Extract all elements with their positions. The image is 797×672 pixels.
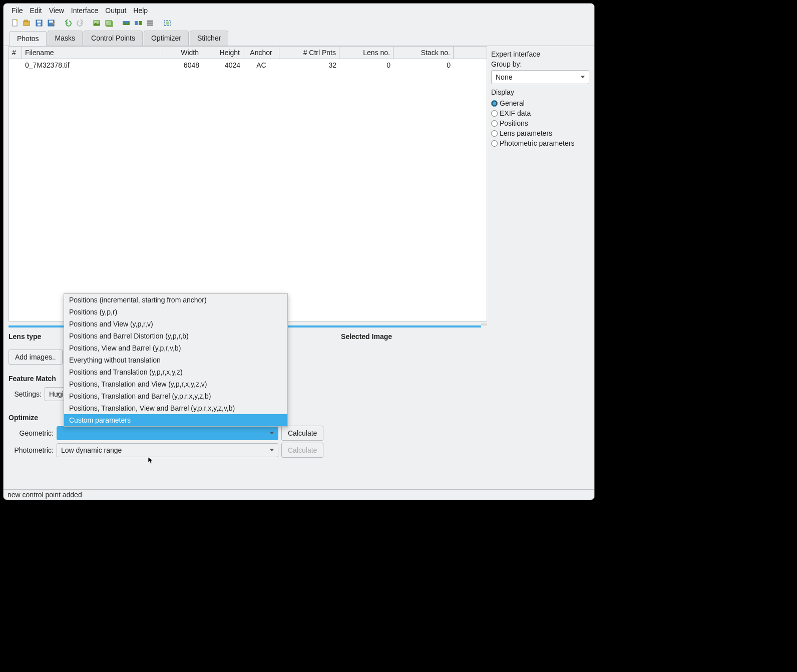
svg-rect-6 (38, 24, 41, 26)
th-width[interactable]: Width (163, 47, 202, 59)
display-label: Display (491, 88, 589, 96)
th-anchor[interactable]: Anchor (243, 47, 279, 59)
add-images-icon[interactable] (105, 19, 114, 28)
radio-general-label: General (500, 99, 525, 107)
radio-exif[interactable] (491, 110, 498, 117)
radio-lens[interactable] (491, 130, 498, 137)
dd-item-positions-view[interactable]: Positions and View (y,p,r,v) (64, 318, 287, 330)
th-ctrl-pnts[interactable]: # Ctrl Pnts (279, 47, 339, 59)
group-by-label: Group by: (491, 60, 589, 68)
tab-stitcher[interactable]: Stitcher (190, 31, 228, 46)
table-body[interactable]: 0_7M32378.tif 6048 4024 AC 32 0 0 (9, 59, 487, 321)
redo-icon[interactable] (76, 19, 85, 28)
group-by-select[interactable]: None (491, 70, 589, 84)
radio-positions[interactable] (491, 120, 498, 127)
photometric-label: Photometric: (9, 446, 54, 454)
radio-photometric[interactable] (491, 140, 498, 147)
settings-label: Settings: (9, 390, 42, 398)
menubar: File Edit View Interface Output Help (4, 4, 594, 18)
dd-item-positions-translation-barrel[interactable]: Positions, Translation and Barrel (y,p,r… (64, 390, 287, 402)
tab-optimizer[interactable]: Optimizer (144, 31, 189, 46)
tabbar: Photos Masks Control Points Optimizer St… (4, 31, 594, 46)
menu-view[interactable]: View (46, 6, 67, 16)
tab-control-points[interactable]: Control Points (84, 31, 143, 46)
photometric-select[interactable]: Low dynamic range (57, 443, 278, 457)
cell-ctrl: 32 (279, 59, 339, 71)
list-icon[interactable] (146, 19, 155, 28)
status-bar: new control point added (4, 489, 594, 500)
toolbar (4, 18, 594, 31)
radio-exif-label: EXIF data (500, 109, 531, 117)
radio-general[interactable] (491, 100, 498, 107)
svg-rect-19 (147, 25, 153, 26)
fast-preview-icon[interactable] (134, 19, 143, 28)
cell-height: 4024 (202, 59, 243, 71)
menu-output[interactable]: Output (102, 6, 129, 16)
geometric-select[interactable] (57, 426, 278, 440)
svg-rect-1 (16, 20, 17, 21)
dd-item-positions-incremental[interactable]: Positions (incremental, starting from an… (64, 294, 287, 306)
svg-rect-8 (49, 21, 53, 23)
cell-filename: 0_7M32378.tif (22, 59, 163, 71)
dd-item-positions-translation-view-barrel[interactable]: Positions, Translation, View and Barrel … (64, 402, 287, 414)
dd-item-positions-view-barrel[interactable]: Positions, View and Barrel (y,p,r,v,b) (64, 342, 287, 354)
svg-rect-17 (147, 21, 153, 22)
cell-lens: 0 (339, 59, 393, 71)
display-radio-group: General EXIF data Positions Lens paramet… (491, 98, 589, 148)
dd-item-custom-parameters[interactable]: Custom parameters (64, 414, 287, 426)
menu-interface[interactable]: Interface (68, 6, 101, 16)
crop-icon[interactable] (163, 19, 172, 28)
geometric-calculate-button[interactable]: Calculate (281, 426, 323, 441)
geometric-dropdown-menu: Positions (incremental, starting from an… (64, 293, 288, 427)
add-image-icon[interactable] (93, 19, 102, 28)
save-icon[interactable] (35, 19, 44, 28)
geometric-label: Geometric: (9, 429, 54, 437)
add-images-button[interactable]: Add images.. (9, 350, 63, 365)
th-lens-no[interactable]: Lens no. (339, 47, 393, 59)
dd-item-positions-barrel[interactable]: Positions and Barrel Distortion (y,p,r,b… (64, 330, 287, 342)
dd-item-positions-translation-view[interactable]: Positions, Translation and View (y,p,r,x… (64, 378, 287, 390)
lens-type-label: Lens type (9, 332, 41, 341)
th-index[interactable]: # (9, 47, 22, 59)
menu-edit[interactable]: Edit (27, 6, 45, 16)
radio-positions-label: Positions (500, 119, 528, 127)
svg-rect-15 (135, 21, 138, 25)
svg-point-13 (107, 22, 108, 23)
expert-interface-label: Expert interface (491, 50, 589, 58)
open-project-icon[interactable] (23, 19, 32, 28)
save-as-icon[interactable] (47, 19, 56, 28)
radio-photometric-label: Photometric parameters (500, 139, 574, 147)
cell-stack: 0 (393, 59, 454, 71)
dd-item-positions-ypr[interactable]: Positions (y,p,r) (64, 306, 287, 318)
th-height[interactable]: Height (202, 47, 243, 59)
menu-file[interactable]: File (9, 6, 26, 16)
cell-width: 6048 (163, 59, 202, 71)
svg-rect-12 (106, 21, 112, 26)
undo-icon[interactable] (64, 19, 73, 28)
cell-anchor: AC (243, 59, 279, 71)
splitter-track (481, 323, 487, 325)
status-text: new control point added (8, 491, 82, 499)
dd-item-positions-translation[interactable]: Positions and Translation (y,p,r,x,y,z) (64, 366, 287, 378)
svg-rect-5 (37, 21, 41, 23)
svg-rect-16 (139, 21, 142, 25)
images-table: # Filename Width Height Anchor # Ctrl Pn… (9, 46, 487, 321)
table-header: # Filename Width Height Anchor # Ctrl Pn… (9, 47, 487, 59)
svg-rect-18 (147, 23, 153, 24)
panorama-preview-icon[interactable] (122, 19, 131, 28)
radio-lens-label: Lens parameters (500, 129, 552, 137)
th-stack-no[interactable]: Stack no. (393, 47, 454, 59)
selected-image-label: Selected Image (341, 332, 392, 341)
feature-matching-settings-select[interactable]: Hugi (45, 387, 65, 401)
menu-help[interactable]: Help (130, 6, 151, 16)
th-filename[interactable]: Filename (22, 47, 163, 59)
new-project-icon[interactable] (11, 19, 20, 28)
svg-rect-21 (166, 22, 169, 25)
photometric-calculate-button: Calculate (281, 443, 323, 458)
tab-photos[interactable]: Photos (10, 31, 47, 46)
dd-item-everything-no-translation[interactable]: Everything without translation (64, 354, 287, 366)
right-panel: Expert interface Group by: None Display … (491, 46, 589, 487)
tab-masks[interactable]: Masks (48, 31, 83, 46)
table-row[interactable]: 0_7M32378.tif 6048 4024 AC 32 0 0 (9, 59, 487, 71)
svg-rect-3 (25, 20, 28, 22)
